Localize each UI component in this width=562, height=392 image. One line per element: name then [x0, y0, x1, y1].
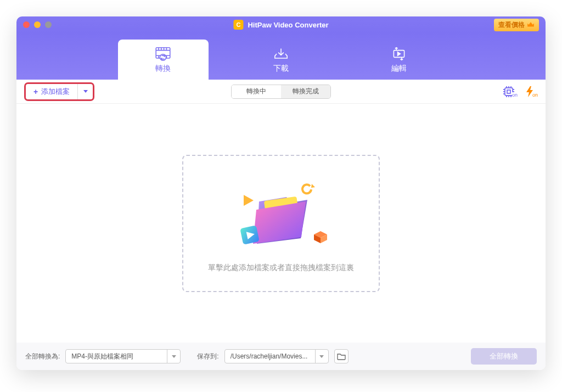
flash-on-badge: on [532, 92, 538, 98]
crown-icon [527, 21, 535, 29]
save-path-select[interactable]: /Users/racheljian/Movies... [224, 349, 329, 363]
tab-download-label: 下載 [273, 64, 289, 74]
titlebar: C HitPaw Video Converter 查看價格 [16, 16, 546, 33]
app-title-group: C HitPaw Video Converter [233, 20, 328, 30]
plus-icon: + [33, 87, 38, 96]
content-area: 單擊此處添加檔案或者直接拖拽檔案到這裏 [16, 104, 546, 343]
convert-all-to-label: 全部轉換為: [25, 352, 60, 361]
add-file-button[interactable]: + 添加檔案 [26, 84, 77, 99]
seg-completed-label: 轉換完成 [293, 87, 319, 96]
minimize-window-button[interactable] [34, 21, 41, 28]
add-file-label: 添加檔案 [41, 87, 70, 97]
convert-icon [154, 46, 172, 61]
app-title: HitPaw Video Converter [248, 21, 328, 29]
chevron-down-icon [319, 355, 324, 358]
toolbar-right: on on [502, 86, 538, 98]
convert-all-button[interactable]: 全部轉換 [471, 348, 537, 365]
folder-icon [337, 352, 346, 360]
tab-edit-label: 編輯 [391, 64, 407, 74]
open-folder-button[interactable] [334, 349, 349, 363]
app-window: C HitPaw Video Converter 查看價格 轉換 [16, 16, 546, 370]
gpu-on-badge: on [512, 92, 518, 98]
maximize-window-button[interactable] [45, 21, 52, 28]
seg-converting-button[interactable]: 轉換中 [232, 85, 281, 98]
seg-converting-label: 轉換中 [246, 87, 266, 96]
add-file-group: + 添加檔案 [24, 82, 94, 101]
svg-rect-17 [507, 90, 510, 93]
flash-toggle[interactable]: on [525, 86, 538, 98]
main-tabs: 轉換 下載 編輯 [16, 33, 546, 80]
format-select[interactable]: MP4-與原始檔案相同 [65, 349, 181, 363]
download-icon [272, 46, 290, 61]
view-price-button[interactable]: 查看價格 [494, 19, 539, 31]
drop-zone-text: 單擊此處添加檔案或者直接拖拽檔案到這裏 [208, 263, 354, 273]
convert-all-label: 全部轉換 [490, 351, 518, 361]
view-price-label: 查看價格 [498, 20, 525, 30]
status-segmented: 轉換中 轉換完成 [231, 85, 331, 99]
footer: 全部轉換為: MP4-與原始檔案相同 保存到: /Users/racheljia… [16, 343, 546, 370]
add-file-dropdown[interactable] [77, 84, 93, 99]
tab-download[interactable]: 下載 [236, 40, 327, 80]
save-path-value: /Users/racheljian/Movies... [225, 352, 315, 360]
tab-convert-label: 轉換 [155, 64, 171, 74]
toolbar: + 添加檔案 轉換中 轉換完成 [16, 80, 546, 104]
drop-zone[interactable]: 單擊此處添加檔案或者直接拖拽檔案到這裏 [182, 155, 380, 292]
chevron-down-icon [83, 90, 88, 93]
app-logo-icon: C [233, 20, 243, 30]
seg-completed-button[interactable]: 轉換完成 [281, 85, 330, 98]
edit-icon [390, 46, 408, 61]
close-window-button[interactable] [23, 21, 30, 28]
gpu-toggle[interactable]: on [502, 86, 518, 98]
folder-illustration [226, 174, 336, 256]
format-value: MP4-與原始檔案相同 [66, 352, 167, 361]
svg-rect-16 [505, 88, 513, 96]
tab-convert[interactable]: 轉換 [118, 40, 209, 80]
save-to-label: 保存到: [197, 352, 218, 361]
save-path-dropdown-button[interactable] [315, 350, 328, 363]
traffic-lights [23, 21, 52, 28]
tab-edit[interactable]: 編輯 [354, 40, 445, 80]
format-dropdown-button[interactable] [167, 350, 180, 363]
chevron-down-icon [172, 355, 176, 358]
